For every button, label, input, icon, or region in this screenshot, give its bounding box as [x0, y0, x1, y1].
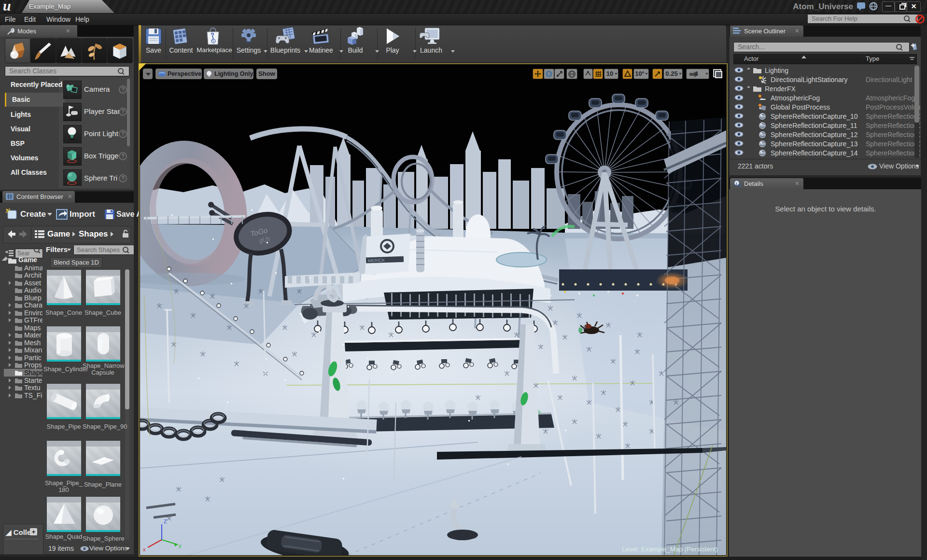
svg-text:Z: Z: [164, 518, 167, 524]
svg-text:Level: Example_Map (Persisten: Level: Example_Map (Persistent): [622, 546, 718, 553]
svg-text:MERICK: MERICK: [368, 258, 385, 263]
svg-text:x: x: [143, 546, 146, 552]
svg-text:y: y: [179, 543, 182, 548]
